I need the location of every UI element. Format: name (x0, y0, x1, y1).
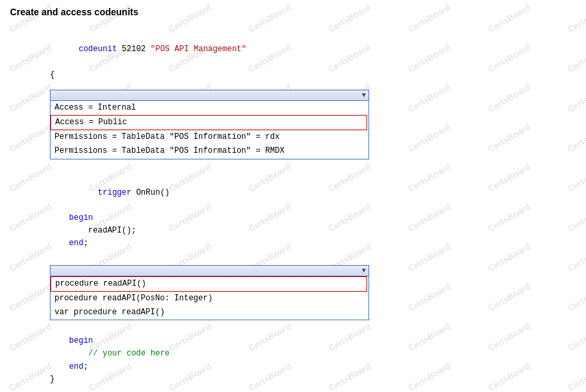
dropdown-item-permissions-rmdx[interactable]: Permissions = TableData "POS Information… (51, 144, 368, 158)
dropdown-item-procedure-readapi-posno[interactable]: procedure readAPI(PosNo: Integer) (51, 292, 368, 306)
dropdown-header-1: ▼ (51, 90, 368, 101)
begin-line-1: begin (50, 212, 576, 225)
autocomplete-dropdown-1[interactable]: ▼ Access = Internal Access = Public Perm… (50, 90, 369, 159)
kw-trigger: trigger (78, 188, 131, 197)
dropdown-header-2: ▼ (51, 266, 368, 276)
autocomplete-dropdown-2[interactable]: ▼ procedure readAPI() procedure readAPI(… (50, 265, 369, 321)
close-brace: } (50, 373, 576, 386)
dropdown-item-procedure-readapi[interactable]: procedure readAPI() (51, 276, 367, 292)
end-line-2: end; (50, 361, 576, 373)
end-line-1: end; (50, 237, 576, 250)
dropdown-item-access-public[interactable]: Access = Public (51, 115, 367, 130)
dropdown-arrow-2: ▼ (362, 267, 366, 274)
dropdown-arrow-1: ▼ (362, 92, 366, 99)
dropdown-item-access-internal[interactable]: Access = Internal (51, 101, 368, 115)
readapi-call: readAPI(); (50, 225, 576, 237)
comment-line: // your code here (50, 347, 576, 360)
codeunit-line: codeunit 52102 "POS API Management" (50, 31, 576, 69)
trigger-line: trigger OnRun() (50, 174, 576, 213)
begin-line-2: begin (50, 335, 576, 347)
dropdown-item-permissions-rdx[interactable]: Permissions = TableData "POS Information… (51, 130, 368, 144)
dropdown-item-var-procedure-readapi[interactable]: var procedure readAPI() (51, 306, 368, 320)
open-brace: { (50, 69, 576, 82)
code-area: codeunit 52102 "POS API Management" { ▼ … (50, 31, 576, 386)
onrun-text: OnRun() (131, 188, 170, 197)
kw-codeunit: codeunit (78, 45, 117, 54)
codeunit-number: 52102 "POS API Management" (117, 45, 246, 54)
page-title: Create and access codeunits (10, 7, 576, 17)
